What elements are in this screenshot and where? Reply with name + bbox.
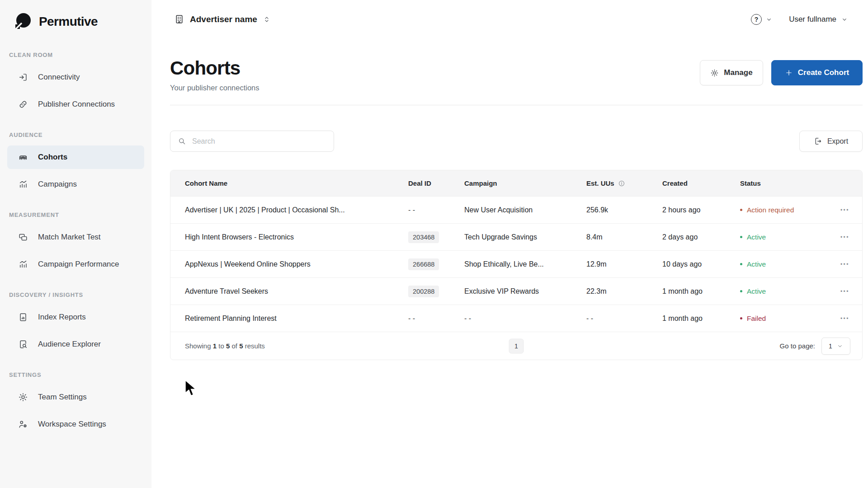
bar-chart-icon xyxy=(18,259,28,269)
sidebar-item-label: Connectivity xyxy=(38,73,80,82)
deal-id-badge: 203468 xyxy=(408,231,439,243)
page-title-block: Cohorts Your publisher connections xyxy=(170,57,259,92)
table-row[interactable]: Adventure Travel Seekers 200288 Exclusiv… xyxy=(170,277,862,305)
main-content: Cohorts Your publisher connections Manag… xyxy=(151,38,868,488)
cohorts-table: Cohort Name Deal ID Campaign Est. UUs Cr… xyxy=(170,170,863,360)
table-row[interactable]: Retirement Planning Interest - - - - - -… xyxy=(170,305,862,332)
section-audience: AUDIENCE xyxy=(9,131,151,138)
link-icon xyxy=(18,99,28,109)
manage-button-label: Manage xyxy=(724,68,752,77)
topbar-right: ? User fullname xyxy=(751,14,848,25)
sidebar-item-connectivity[interactable]: Connectivity xyxy=(7,66,144,89)
table-row[interactable]: AppNexus | Weekend Online Shoppers 26668… xyxy=(170,250,862,277)
status-dot xyxy=(740,317,742,319)
goto-page: Go to page: 1 xyxy=(780,338,850,355)
goto-page-label: Go to page: xyxy=(780,342,815,350)
row-menu-button[interactable]: ••• xyxy=(824,261,849,267)
sidebar-item-audience-explorer[interactable]: Audience Explorer xyxy=(7,333,144,356)
workspace-switcher[interactable]: Advertiser name xyxy=(174,14,271,24)
column-header-created: Created xyxy=(662,179,740,187)
section-clean-room: CLEAN ROOM xyxy=(9,52,151,58)
manage-button[interactable]: Manage xyxy=(700,60,763,85)
deal-id: - - xyxy=(408,314,415,322)
info-icon[interactable] xyxy=(618,180,625,187)
row-menu-button[interactable]: ••• xyxy=(824,207,849,213)
page-number-button[interactable]: 1 xyxy=(509,338,524,353)
column-header-est-uus: Est. UUs xyxy=(586,179,662,187)
goto-page-value: 1 xyxy=(829,343,832,350)
campaign: Tech Upgrade Savings xyxy=(464,233,586,241)
status-label: Failed xyxy=(747,314,766,323)
row-menu-button[interactable]: ••• xyxy=(824,234,849,240)
report-doc-icon xyxy=(18,312,28,322)
header-divider xyxy=(170,105,863,105)
status-badge: Action required xyxy=(740,206,824,214)
section-settings: SETTINGS xyxy=(9,371,151,378)
sidebar-item-cohorts[interactable]: Cohorts xyxy=(7,145,144,169)
search-input[interactable] xyxy=(192,137,326,145)
chevron-up-down-icon xyxy=(263,15,271,23)
table-controls: Export xyxy=(170,131,863,152)
sidebar-item-team-settings[interactable]: Team Settings xyxy=(7,385,144,409)
export-button[interactable]: Export xyxy=(799,131,863,152)
column-header-cohort-name: Cohort Name xyxy=(185,179,408,187)
deal-id-badge: 200288 xyxy=(408,286,439,297)
sidebar-item-label: Publisher Connections xyxy=(38,100,115,109)
row-menu-button[interactable]: ••• xyxy=(824,288,849,295)
row-menu-button[interactable]: ••• xyxy=(824,315,849,322)
status-dot xyxy=(740,290,742,292)
sidebar-item-campaigns[interactable]: Campaigns xyxy=(7,173,144,196)
table-footer: Showing 1 to 5 of 5 results 1 Go to page… xyxy=(170,332,862,360)
permutive-logo-icon xyxy=(13,12,33,32)
created: 2 hours ago xyxy=(662,206,740,214)
created: 10 days ago xyxy=(662,260,740,268)
section-discovery-insights: DISCOVERY / INSIGHTS xyxy=(9,291,151,298)
search-box[interactable] xyxy=(170,131,334,152)
status-badge: Failed xyxy=(740,314,824,323)
of-word: of xyxy=(231,342,237,350)
sidebar-item-label: Campaign Performance xyxy=(38,260,119,269)
topbar: Advertiser name ? User fullname xyxy=(151,0,868,38)
campaign: - - xyxy=(464,314,586,323)
sidebar-item-label: Match Market Test xyxy=(38,233,101,242)
sidebar-item-label: Cohorts xyxy=(38,153,67,162)
export-icon xyxy=(814,137,822,145)
deal-id: - - xyxy=(408,206,415,214)
status-badge: Active xyxy=(740,287,824,296)
bar-chart-icon xyxy=(18,179,28,189)
user-menu[interactable]: User fullname xyxy=(789,15,848,24)
table-row[interactable]: High Intent Browsers - Electronics 20346… xyxy=(170,223,862,250)
export-button-label: Export xyxy=(827,137,848,145)
sidebar-item-campaign-performance[interactable]: Campaign Performance xyxy=(7,253,144,276)
status-dot xyxy=(740,236,742,238)
page-header: Cohorts Your publisher connections Manag… xyxy=(170,57,863,92)
est-uus: 8.4m xyxy=(586,233,662,241)
showing-to: 5 xyxy=(226,342,230,350)
goto-page-select[interactable]: 1 xyxy=(821,338,850,355)
cohort-name: High Intent Browsers - Electronics xyxy=(185,233,408,241)
deal-id-badge: 266688 xyxy=(408,258,439,270)
create-cohort-button[interactable]: Create Cohort xyxy=(771,60,863,85)
campaign: Exclusive VIP Rewards xyxy=(464,287,586,296)
cohort-name: AppNexus | Weekend Online Shoppers xyxy=(185,260,408,268)
sidebar-item-label: Workspace Settings xyxy=(38,420,106,429)
building-icon xyxy=(174,14,184,24)
sidebar-item-label: Campaigns xyxy=(38,180,77,189)
sidebar-item-workspace-settings[interactable]: Workspace Settings xyxy=(7,413,144,436)
to-word: to xyxy=(218,342,224,350)
sidebar-item-index-reports[interactable]: Index Reports xyxy=(7,305,144,329)
user-gear-icon xyxy=(18,419,28,429)
results-word: results xyxy=(245,342,265,350)
create-cohort-button-label: Create Cohort xyxy=(798,68,849,77)
column-header-deal-id: Deal ID xyxy=(408,179,464,187)
sidebar-item-match-market-test[interactable]: Match Market Test xyxy=(7,225,144,249)
cohort-name: Advertiser | UK | 2025 | Product | Occas… xyxy=(185,206,408,214)
sidebar-item-label: Index Reports xyxy=(38,313,86,322)
results-summary: Showing 1 to 5 of 5 results xyxy=(185,342,265,350)
campaign: Shop Ethically, Live Be... xyxy=(464,260,586,268)
created: 1 month ago xyxy=(662,314,740,323)
status-label: Active xyxy=(747,260,766,268)
sidebar-item-publisher-connections[interactable]: Publisher Connections xyxy=(7,93,144,116)
help-menu[interactable]: ? xyxy=(751,14,773,25)
table-row[interactable]: Advertiser | UK | 2025 | Product | Occas… xyxy=(170,196,862,223)
